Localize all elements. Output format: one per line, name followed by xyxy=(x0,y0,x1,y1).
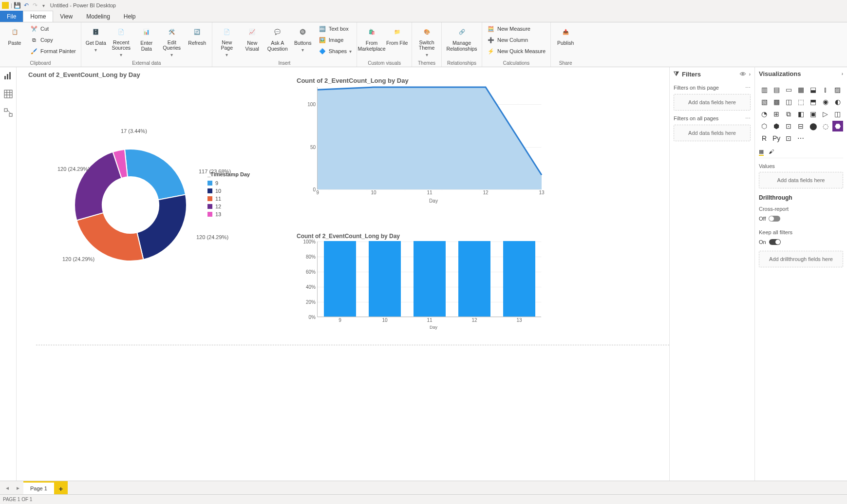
refresh-button[interactable]: 🔄Refresh xyxy=(186,23,209,57)
values-drop[interactable]: Add data fields here xyxy=(759,172,843,188)
viz-type-icon[interactable]: ◫ xyxy=(783,96,794,107)
viz-type-icon[interactable]: ▦ xyxy=(795,84,806,95)
textbox-button[interactable]: 🔤Text box xyxy=(317,23,354,34)
viz-type-icon[interactable]: ▩ xyxy=(771,96,782,107)
viz-type-icon[interactable]: ▣ xyxy=(808,109,819,119)
edit-queries-icon: 🛠️ xyxy=(165,25,179,38)
brush-icon: 🖌️ xyxy=(30,47,38,55)
area-xlabel: Day xyxy=(317,198,550,204)
page-indicator: PAGE 1 OF 1 xyxy=(3,497,32,502)
eye-icon[interactable]: 👁 xyxy=(740,71,746,78)
buttons-button[interactable]: 🔘Buttons▾ xyxy=(291,23,315,57)
donut-label-12: 120 (24.29%) xyxy=(57,166,90,172)
viz-type-icon[interactable]: ◉ xyxy=(820,96,831,107)
viz-type-icon[interactable]: ⬡ xyxy=(759,121,770,131)
viz-type-icon[interactable]: ⊡ xyxy=(783,133,794,144)
new-quick-measure-button[interactable]: ⚡New Quick Measure xyxy=(485,46,547,56)
donut-visual[interactable]: Count of 2_EventCount_Long by Day 17 (3.… xyxy=(28,71,291,300)
publish-button[interactable]: 📤Publish xyxy=(554,23,577,57)
viz-type-icon[interactable]: ▨ xyxy=(832,84,843,95)
viz-type-icon[interactable]: ⬤ xyxy=(808,121,819,131)
qna-icon: 💬 xyxy=(271,25,284,39)
filters-page-drop[interactable]: Add data fields here xyxy=(674,94,751,111)
viz-type-icon[interactable]: ⬢ xyxy=(771,121,782,131)
new-column-button[interactable]: ➕New Column xyxy=(485,35,547,45)
tab-home[interactable]: Home xyxy=(23,11,53,22)
new-visual-button[interactable]: 📈New Visual xyxy=(241,23,264,57)
viz-type-icon[interactable]: ⊟ xyxy=(795,121,806,131)
viz-type-icon[interactable]: ⧉ xyxy=(783,109,794,119)
viz-type-icon[interactable]: ▭ xyxy=(783,84,794,95)
cut-button[interactable]: ✂️Cut xyxy=(28,23,78,34)
bar-visual[interactable]: Count of 2_EventCount_Long by Day Count … xyxy=(297,233,550,345)
recent-sources-button[interactable]: 📄Recent Sources▾ xyxy=(110,23,133,57)
image-button[interactable]: 🖼️Image xyxy=(317,35,354,45)
edit-queries-button[interactable]: 🛠️Edit Queries▾ xyxy=(160,23,184,57)
cross-report-toggle[interactable]: Off xyxy=(759,216,843,222)
viz-type-icon[interactable]: ⫿ xyxy=(820,84,831,95)
area-visual[interactable]: Count of 2_EventCount_Long by Day Count … xyxy=(297,77,550,218)
redo-icon[interactable]: ↷ xyxy=(32,2,38,9)
viz-type-icon[interactable]: ◐ xyxy=(832,96,843,107)
viz-type-icon[interactable]: ⬚ xyxy=(795,96,806,107)
model-view-icon[interactable] xyxy=(4,108,13,117)
viz-type-icon[interactable]: ⋯ xyxy=(795,133,806,144)
report-canvas[interactable]: Count of 2_EventCount_Long by Day 17 (3.… xyxy=(17,67,669,481)
viz-type-icon[interactable]: ◧ xyxy=(795,109,806,119)
save-icon[interactable]: 💾 xyxy=(14,2,21,9)
textbox-icon: 🔤 xyxy=(319,25,326,33)
shapes-button[interactable]: 🔷Shapes ▾ xyxy=(317,46,354,56)
viz-collapse-icon[interactable]: › xyxy=(842,71,843,76)
tab-file[interactable]: File xyxy=(0,11,23,22)
fields-tab-icon[interactable]: ▦ xyxy=(759,149,764,156)
viz-type-icon[interactable]: ⊞ xyxy=(771,109,782,119)
page-tab-add[interactable]: + xyxy=(54,481,68,494)
keep-filters-toggle[interactable]: On xyxy=(759,239,843,245)
copy-button[interactable]: ⧉Copy xyxy=(28,35,78,45)
viz-type-icon[interactable]: ⬒ xyxy=(808,96,819,107)
filters-all-drop[interactable]: Add data fields here xyxy=(674,125,751,141)
format-tab-icon[interactable]: 🖌 xyxy=(769,149,774,156)
tab-help[interactable]: Help xyxy=(117,11,143,22)
viz-type-icon[interactable]: ⬓ xyxy=(808,84,819,95)
collapse-icon[interactable]: › xyxy=(749,72,751,77)
from-file-button[interactable]: 📁From File xyxy=(385,23,409,57)
qat-dropdown-icon[interactable]: ▾ xyxy=(40,2,47,9)
paste-button[interactable]: 📋 Paste xyxy=(3,23,26,57)
enter-data-button[interactable]: 📊Enter Data xyxy=(135,23,158,57)
get-data-button[interactable]: 🗄️Get Data▾ xyxy=(84,23,108,57)
new-page-button[interactable]: 📄New Page▾ xyxy=(215,23,239,57)
donut-legend: _Timestamp Day 910111213 xyxy=(207,171,250,219)
tab-view[interactable]: View xyxy=(53,11,79,22)
viz-type-icon[interactable]: Py xyxy=(771,133,782,144)
viz-type-icon[interactable]: ◫ xyxy=(832,109,843,119)
viz-type-icon[interactable]: ▧ xyxy=(759,96,770,107)
from-marketplace-button[interactable]: 🛍️From Marketplace xyxy=(360,23,383,57)
viz-type-icon[interactable]: ◔ xyxy=(759,109,770,119)
report-view-icon[interactable] xyxy=(4,71,13,80)
tab-modeling[interactable]: Modeling xyxy=(79,11,117,22)
new-measure-button[interactable]: 🧮New Measure xyxy=(485,23,547,34)
viz-type-icon[interactable]: ▤ xyxy=(771,84,782,95)
manage-relationships-button[interactable]: 🔗Manage Relationships xyxy=(445,23,479,57)
viz-type-icon[interactable]: ▥ xyxy=(759,84,770,95)
undo-icon[interactable]: ↶ xyxy=(23,2,30,9)
viz-type-icon[interactable]: ⬣ xyxy=(832,121,843,131)
page-next-icon[interactable]: ▸ xyxy=(13,483,23,493)
viz-type-icon[interactable]: ▷ xyxy=(820,109,831,119)
bar xyxy=(458,241,490,317)
ask-question-button[interactable]: 💬Ask A Question xyxy=(266,23,289,57)
titlebar: | 💾 ↶ ↷ ▾ Untitled - Power BI Desktop xyxy=(0,0,847,11)
drillthrough-drop[interactable]: Add drillthrough fields here xyxy=(759,251,843,267)
viz-type-icon[interactable]: ⊡ xyxy=(783,121,794,131)
data-view-icon[interactable] xyxy=(4,90,13,98)
viz-type-icon[interactable]: ◌ xyxy=(820,121,831,131)
format-painter-button[interactable]: 🖌️Format Painter xyxy=(28,46,78,56)
page-prev-icon[interactable]: ◂ xyxy=(2,483,13,493)
page-tab-1[interactable]: Page 1 xyxy=(23,481,54,494)
main: Count of 2_EventCount_Long by Day 17 (3.… xyxy=(0,67,847,481)
switch-theme-button[interactable]: 🎨Switch Theme▾ xyxy=(415,23,438,57)
viz-type-icon[interactable]: R xyxy=(759,133,770,144)
bar xyxy=(503,241,535,317)
app-icon xyxy=(2,2,9,9)
